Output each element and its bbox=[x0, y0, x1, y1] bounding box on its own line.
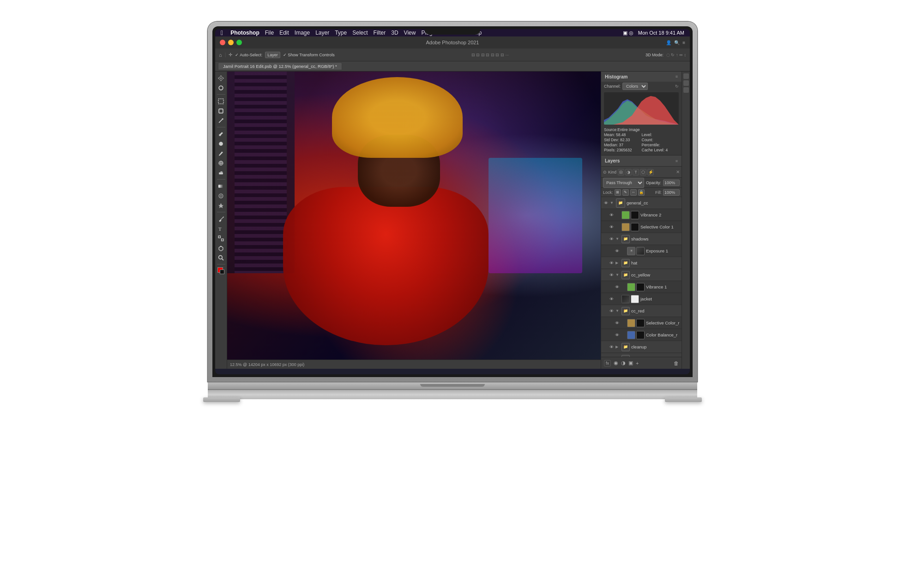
apple-logo-icon[interactable]:  bbox=[221, 29, 223, 36]
layer-arrow-icon[interactable]: ▼ bbox=[615, 273, 620, 277]
layer-item[interactable]: 👁 Color Balance_r bbox=[601, 329, 682, 341]
opacity-input[interactable] bbox=[663, 180, 680, 186]
tool-heal[interactable] bbox=[217, 139, 226, 148]
layer-eye-icon[interactable]: 👁 bbox=[609, 236, 614, 242]
layer-arrow-icon[interactable]: ▼ bbox=[610, 201, 615, 205]
layer-item[interactable]: 👁 ▼ 📁 shadows bbox=[601, 233, 682, 245]
tool-eyedropper[interactable] bbox=[217, 129, 226, 138]
layer-eye-icon[interactable]: 👁 bbox=[614, 332, 620, 338]
histogram-refresh-icon[interactable]: ↻ bbox=[675, 84, 679, 89]
new-layer-button[interactable]: + bbox=[636, 360, 639, 366]
layer-item[interactable]: 👁 Selective Color 1 bbox=[601, 221, 682, 233]
layer-item[interactable]: 👁 ☀ Exposure 1 bbox=[601, 245, 682, 257]
layer-eye-icon[interactable]: 👁 bbox=[609, 344, 614, 350]
layer-eye-icon[interactable]: 👁 bbox=[609, 296, 614, 302]
add-adjustment-button[interactable]: ◑ bbox=[621, 360, 626, 366]
channel-select[interactable]: Colors bbox=[622, 83, 648, 90]
layer-item[interactable]: 👁 ▼ 📁 cc_yellow bbox=[601, 269, 682, 281]
add-fx-button[interactable]: fx bbox=[604, 360, 611, 366]
ps-canvas[interactable]: 12.5% @ 14204 px x 10692 px (300 ppi) bbox=[227, 72, 601, 369]
right-strip-icon[interactable] bbox=[683, 87, 689, 93]
back-icon[interactable]: ⌂ bbox=[219, 52, 222, 58]
layer-item[interactable]: 👁 ▶ 📁 hat bbox=[601, 257, 682, 269]
layer-eye-icon[interactable]: 👁 bbox=[603, 200, 609, 206]
tool-zoom[interactable] bbox=[217, 253, 226, 262]
layer-item[interactable]: 👁 Selective Color_r bbox=[601, 317, 682, 329]
layer-item[interactable]: 👁 ▶ 📁 cleanup bbox=[601, 341, 682, 353]
align-tools[interactable]: ⊟ ⊟ ⊟ ⊟ ⊟ ⊟ ⊟ ··· bbox=[471, 53, 509, 57]
layer-eye-icon[interactable]: 👁 bbox=[609, 260, 614, 266]
layer-eye-icon[interactable]: 👁 bbox=[609, 224, 614, 230]
filter-adjust-icon[interactable]: ◑ bbox=[625, 169, 632, 175]
layer-item[interactable]: 👁 Vibrance 2 bbox=[601, 209, 682, 221]
tool-brush[interactable] bbox=[217, 149, 226, 158]
layers-panel-menu-icon[interactable]: ≡ bbox=[676, 159, 678, 163]
tool-crop[interactable] bbox=[217, 106, 226, 115]
ps-search-icon[interactable]: 🔍 bbox=[674, 40, 680, 45]
tool-select[interactable] bbox=[217, 96, 226, 106]
transform-controls-label[interactable]: ✓ Show Transform Controls bbox=[283, 53, 335, 57]
layer-arrow-icon[interactable]: ▶ bbox=[615, 345, 620, 349]
filter-vector-icon[interactable]: ⬡ bbox=[640, 169, 646, 175]
tool-path[interactable] bbox=[217, 234, 226, 243]
maximize-button[interactable] bbox=[236, 40, 242, 45]
layer-eye-icon[interactable]: 👁 bbox=[614, 284, 620, 290]
lock-transparency-icon[interactable]: ⊞ bbox=[615, 189, 621, 196]
layer-arrow-icon[interactable]: ▶ bbox=[615, 261, 620, 265]
layer-eye-icon[interactable]: 👁 bbox=[609, 308, 614, 314]
tool-measure[interactable] bbox=[217, 116, 226, 125]
right-strip-icon[interactable] bbox=[683, 73, 689, 79]
menu-select[interactable]: Select bbox=[352, 30, 368, 36]
menu-3d[interactable]: 3D bbox=[391, 30, 398, 36]
layer-eye-icon[interactable]: 👁 bbox=[609, 272, 614, 278]
menu-filter[interactable]: Filter bbox=[374, 30, 386, 36]
layer-eye-icon[interactable]: 👁 bbox=[614, 320, 620, 326]
tool-3d[interactable] bbox=[217, 243, 226, 252]
filter-smart-icon[interactable]: ⚡ bbox=[647, 169, 654, 175]
right-strip-icon[interactable] bbox=[683, 80, 689, 86]
tool-pen[interactable] bbox=[217, 214, 226, 223]
lock-all-icon[interactable]: 🔒 bbox=[638, 189, 645, 196]
tool-eraser[interactable] bbox=[217, 168, 226, 177]
lock-pixels-icon[interactable]: ✎ bbox=[622, 189, 629, 196]
layer-item[interactable]: 👁 jacket bbox=[601, 293, 682, 305]
layer-eye-icon[interactable]: 👁 bbox=[609, 212, 614, 218]
histogram-expand-icon[interactable]: ≡ bbox=[676, 74, 678, 79]
tool-dodge[interactable] bbox=[217, 201, 226, 210]
close-button[interactable] bbox=[220, 40, 225, 45]
tool-lasso[interactable] bbox=[217, 83, 226, 92]
layer-item[interactable]: 👁 ▼ 📁 cc_red bbox=[601, 305, 682, 317]
filter-text-icon[interactable]: T bbox=[633, 169, 639, 175]
layer-arrow-icon[interactable]: ▼ bbox=[615, 237, 620, 241]
ps-document-tab[interactable]: Jamil Portrait 16 Edit.psb @ 12.5% (gene… bbox=[218, 62, 342, 70]
tool-clone[interactable] bbox=[217, 158, 226, 168]
ps-menu-icon[interactable]: ≡ bbox=[682, 40, 685, 45]
menu-file[interactable]: File bbox=[265, 30, 274, 36]
tool-gradient[interactable] bbox=[217, 181, 226, 191]
menu-image[interactable]: Image bbox=[295, 30, 310, 36]
minimize-button[interactable] bbox=[228, 40, 234, 45]
layer-item[interactable]: 👁 ▼ 📁 left_arm bbox=[601, 353, 682, 357]
menu-view[interactable]: View bbox=[404, 30, 416, 36]
menu-edit[interactable]: Edit bbox=[279, 30, 289, 36]
layer-arrow-icon[interactable]: ▼ bbox=[615, 309, 620, 313]
layer-eye-icon[interactable]: 👁 bbox=[614, 248, 620, 254]
layer-item[interactable]: 👁 Vibrance 1 bbox=[601, 281, 682, 293]
delete-layer-button[interactable]: 🗑 bbox=[674, 360, 679, 366]
add-group-button[interactable]: ▣ bbox=[628, 360, 633, 366]
menu-type[interactable]: Type bbox=[335, 30, 347, 36]
tool-text[interactable]: T bbox=[217, 224, 226, 233]
filter-pixel-icon[interactable]: ⊟ bbox=[618, 169, 624, 175]
3d-tools[interactable]: ◌ ↻ ↑ ⇔ ↕ bbox=[666, 53, 686, 57]
app-name-menu[interactable]: Photoshop bbox=[230, 30, 259, 36]
layers-filter-close[interactable]: ✕ bbox=[676, 169, 680, 174]
toolbar-move-icon[interactable]: ✛ bbox=[229, 52, 232, 57]
fill-input[interactable] bbox=[663, 189, 680, 196]
menu-layer[interactable]: Layer bbox=[315, 30, 329, 36]
tool-move[interactable] bbox=[217, 73, 226, 83]
ps-user-icon[interactable]: 👤 bbox=[666, 40, 671, 45]
foreground-color[interactable] bbox=[217, 266, 226, 276]
add-mask-button[interactable]: ◉ bbox=[614, 360, 618, 366]
layer-item[interactable]: 👁 ▼ 📁 general_cc bbox=[601, 197, 682, 209]
lock-position-icon[interactable]: ↔ bbox=[630, 189, 637, 196]
